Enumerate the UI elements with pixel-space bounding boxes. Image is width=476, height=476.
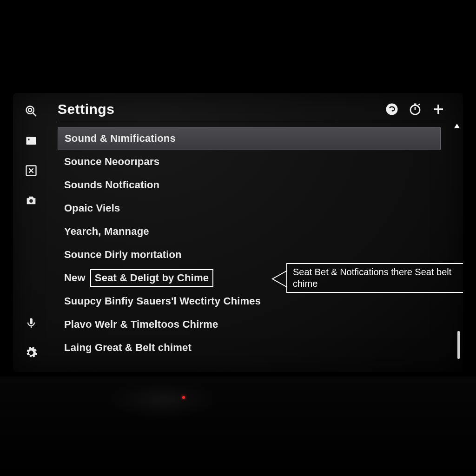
page-title: Settings (58, 101, 114, 117)
list-item[interactable]: Sound & Nımifications (58, 127, 441, 150)
list-item[interactable]: Yearch, Mannage (58, 220, 441, 243)
svg-line-14 (419, 104, 420, 106)
power-led-icon (182, 396, 185, 399)
header-bar: Settings (58, 101, 446, 122)
list-item[interactable]: Sounds Notfication (58, 173, 441, 197)
annotation-callout: Seat Bet & Notfications there Seat belt … (286, 263, 463, 293)
svg-point-10 (386, 104, 398, 115)
svg-rect-4 (28, 139, 30, 140)
list-item-label: Opaic Viels (64, 202, 120, 214)
list-item-label: Suupcy Binfiy Sauers'l Wectirty Chimes (64, 295, 261, 307)
stand-shadow (107, 381, 218, 418)
svg-line-1 (33, 113, 36, 116)
scrollbar[interactable] (458, 126, 460, 364)
timer-icon[interactable] (407, 101, 423, 117)
list-item[interactable]: Opaic Viels (58, 197, 441, 220)
list-item[interactable]: Laing Great & Belt chimet (58, 336, 441, 359)
home-icon[interactable] (24, 134, 38, 148)
list-item[interactable]: Suupcy Binfiy Sauers'l Wectirty Chimes (58, 290, 441, 313)
plus-icon[interactable] (430, 101, 446, 117)
mic-icon[interactable] (24, 316, 38, 330)
svg-point-9 (30, 351, 33, 355)
list-item-boxed-label: Seat & Deligt by Chime (90, 269, 213, 287)
svg-point-0 (26, 106, 34, 114)
svg-point-2 (28, 108, 32, 112)
list-item-label: Sounce Dirly morıtation (64, 249, 182, 261)
list-item-label: Plavo Welr & Timeltoos Chirme (64, 318, 218, 331)
scroll-thumb[interactable] (457, 331, 460, 359)
list-item-label: Sounds Notfication (64, 179, 159, 191)
svg-rect-7 (30, 318, 33, 324)
callout-text: Seat Bet & Notfications there Seat belt … (293, 266, 463, 290)
list-item-prefix: New (64, 272, 86, 284)
apps-icon[interactable] (24, 164, 38, 178)
list-item[interactable]: Sounce Neoorıpars (58, 150, 441, 173)
list-item-label: Laing Great & Belt chimet (64, 342, 192, 354)
svg-rect-3 (26, 137, 36, 145)
gear-icon[interactable] (24, 346, 38, 360)
svg-marker-17 (454, 124, 460, 128)
search-icon[interactable] (24, 104, 38, 118)
chat-icon[interactable] (384, 101, 400, 117)
main-panel: Settings Sound & Nımifications Sounce Ne… (49, 93, 463, 372)
screen-frame: Settings Sound & Nımifications Sounce Ne… (13, 93, 463, 372)
list-item[interactable]: Plavo Welr & Timeltoos Chirme (58, 313, 441, 336)
list-item-label: Sound & Nımifications (65, 132, 176, 145)
list-item-label: Yearch, Mannage (64, 225, 149, 238)
camera-icon[interactable] (24, 193, 38, 207)
settings-list: Sound & Nımifications Sounce Neoorıpars … (58, 127, 452, 359)
below-screen-area (0, 377, 476, 476)
left-sidebar (13, 93, 49, 372)
scroll-up-icon[interactable] (454, 123, 460, 129)
list-item-label: Sounce Neoorıpars (64, 156, 159, 168)
svg-point-6 (29, 199, 33, 202)
